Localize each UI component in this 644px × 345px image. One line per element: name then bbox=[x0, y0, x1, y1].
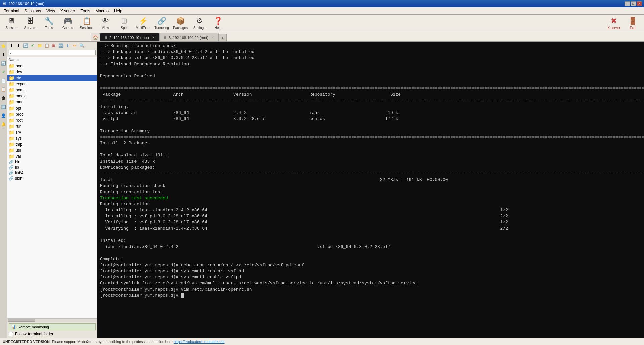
term-line: iaas-xiandian.x86_64 0:2.4-2 vsftpd.x86_… bbox=[100, 244, 641, 250]
menu-tools[interactable]: Tools bbox=[78, 8, 93, 14]
statusbar-link[interactable]: https://mobaxterm.mobatek.net bbox=[174, 340, 225, 344]
tab-2[interactable]: 🖥 3. 192.168.100.20 (root) ✕ bbox=[159, 33, 219, 41]
list-item[interactable]: 📁 root bbox=[7, 117, 97, 123]
folder-icon: 📁 bbox=[9, 69, 14, 75]
term-line: Downloading packages: bbox=[100, 165, 641, 171]
follow-terminal-checkbox[interactable]: Follow terminal folder bbox=[9, 332, 96, 336]
list-item[interactable]: 📁 usr bbox=[7, 147, 97, 153]
sidebar-down-btn[interactable]: ⬇ bbox=[15, 42, 22, 49]
folder-icon: 📁 bbox=[9, 130, 14, 135]
follow-terminal-check[interactable] bbox=[9, 332, 13, 336]
follow-terminal-label: Follow terminal folder bbox=[15, 332, 53, 336]
maximize-button[interactable]: □ bbox=[631, 1, 636, 6]
list-item[interactable]: 🔗 lib bbox=[7, 165, 97, 170]
strip-clipboard-icon[interactable]: 📋 bbox=[1, 86, 7, 92]
sidebar-rename-btn[interactable]: 🔤 bbox=[57, 42, 64, 49]
term-line: Total download size: 191 k bbox=[100, 152, 641, 158]
tab-home[interactable]: 🏠 bbox=[91, 33, 100, 41]
menu-sessions[interactable]: Sessions bbox=[22, 8, 44, 14]
tab-1[interactable]: 🖥 2. 192.168.100.10 (root) ✕ bbox=[100, 33, 159, 41]
sidebar-up-btn[interactable]: ⬆ bbox=[8, 42, 15, 49]
toolbar-multiexec-label: MultiExec bbox=[136, 26, 150, 30]
sidebar-delete-btn[interactable]: 🗑 bbox=[50, 42, 57, 49]
toolbar-games-label: Games bbox=[62, 26, 73, 30]
toolbar-view[interactable]: 👁 View bbox=[97, 16, 114, 31]
strip-refresh-icon[interactable]: 🔄 bbox=[1, 60, 7, 66]
toolbar-tunneling[interactable]: 🔗 Tunneling bbox=[153, 16, 170, 31]
xserver-icon: ✖ bbox=[611, 17, 617, 25]
view-icon: 👁 bbox=[102, 17, 109, 25]
toolbar-tools[interactable]: 🔧 Tools bbox=[40, 16, 58, 31]
toolbar-help[interactable]: ❓ Help bbox=[209, 16, 227, 31]
toolbar-servers[interactable]: 🗄 Servers bbox=[21, 16, 39, 31]
terminal[interactable]: --> Running transaction check ---> Packa… bbox=[97, 42, 644, 338]
tab-2-close[interactable]: ✕ bbox=[210, 35, 215, 40]
remote-monitoring-button[interactable]: 📊 Remote monitoring bbox=[9, 323, 96, 330]
list-item[interactable]: 📁 export bbox=[7, 81, 97, 87]
sidebar-scrollbar[interactable] bbox=[7, 318, 97, 322]
term-line: Transaction test succeeded bbox=[100, 195, 641, 201]
sidebar-edit-btn[interactable]: ✏ bbox=[71, 42, 78, 49]
sidebar-info-btn[interactable]: ℹ bbox=[64, 42, 71, 49]
toolbar-session[interactable]: 🖥 Session bbox=[3, 16, 20, 31]
list-item[interactable]: 📁 sys bbox=[7, 135, 97, 141]
toolbar-xserver[interactable]: ✖ X server bbox=[605, 16, 623, 31]
menu-terminal[interactable]: Terminal bbox=[1, 8, 22, 14]
toolbar-multiexec[interactable]: ⚡ MultiExec bbox=[134, 16, 152, 31]
sidebar-copy-btn[interactable]: 📋 bbox=[43, 42, 50, 49]
list-item[interactable]: 🔗 sbin bbox=[7, 176, 97, 181]
sidebar-newfolder-btn[interactable]: 📁 bbox=[36, 42, 43, 49]
strip-star-icon[interactable]: ⭐ bbox=[1, 43, 7, 49]
strip-file-icon[interactable]: 📄 bbox=[1, 78, 7, 84]
tab-1-close[interactable]: ✕ bbox=[151, 35, 156, 40]
folder-icon: 📁 bbox=[9, 87, 14, 93]
list-item[interactable]: 🔗 bin bbox=[7, 159, 97, 165]
list-item[interactable]: 📁 proc bbox=[7, 111, 97, 117]
list-item[interactable]: 📁 tmp bbox=[7, 141, 97, 147]
list-item[interactable]: 📁 home bbox=[7, 87, 97, 93]
list-item[interactable]: 📁 run bbox=[7, 123, 97, 129]
strip-text-icon[interactable]: 🔤 bbox=[1, 104, 7, 110]
strip-down-icon[interactable]: ⬇ bbox=[1, 52, 7, 58]
list-item[interactable]: 📁 srv bbox=[7, 129, 97, 135]
toolbar-settings[interactable]: ⚙ Settings bbox=[191, 16, 208, 31]
toolbar-split[interactable]: ⊞ Split bbox=[115, 16, 133, 31]
toolbar-packages[interactable]: 📦 Packages bbox=[172, 16, 189, 31]
strip-delete-icon[interactable]: 🗑 bbox=[1, 95, 7, 101]
sidebar: ⬆ ⬇ 🔄 ✔ 📁 📋 🗑 🔤 ℹ ✏ 🔍 Name 📁 boot 📁 bbox=[7, 42, 97, 338]
sidebar-check-btn[interactable]: ✔ bbox=[29, 42, 36, 49]
folder-icon: 📁 bbox=[9, 142, 14, 147]
sidebar-search-btn[interactable]: 🔍 bbox=[78, 42, 85, 49]
list-item[interactable]: 📁 opt bbox=[7, 105, 97, 111]
list-item[interactable]: 📁 var bbox=[7, 153, 97, 159]
tree-column-header: Name bbox=[7, 57, 97, 62]
menu-macros[interactable]: Macros bbox=[93, 8, 111, 14]
strip-check-icon[interactable]: ✔ bbox=[1, 69, 7, 75]
strip-bell-icon[interactable]: 🔔 bbox=[1, 121, 7, 127]
close-button[interactable]: ✕ bbox=[637, 1, 642, 6]
list-item-etc[interactable]: 📁 etc bbox=[7, 75, 97, 81]
folder-icon: 📁 bbox=[9, 63, 14, 69]
list-item[interactable]: 🔗 lib64 bbox=[7, 170, 97, 176]
term-line: Transaction Summary bbox=[100, 128, 641, 134]
menu-view[interactable]: View bbox=[44, 8, 58, 14]
toolbar-xserver-label: X server bbox=[607, 26, 620, 30]
statusbar-message: - Please support MobaXterm by subscribin… bbox=[50, 340, 174, 344]
toolbar-tools-label: Tools bbox=[45, 26, 53, 30]
toolbar-games[interactable]: 🎮 Games bbox=[59, 16, 76, 31]
list-item[interactable]: 📁 dev bbox=[7, 69, 97, 75]
path-input[interactable] bbox=[9, 50, 96, 55]
tab-1-icon: 🖥 bbox=[104, 36, 107, 40]
sidebar-refresh-btn[interactable]: 🔄 bbox=[22, 42, 29, 49]
list-item[interactable]: 📁 boot bbox=[7, 63, 97, 69]
minimize-button[interactable]: ─ bbox=[625, 1, 630, 6]
toolbar-sessions[interactable]: 📋 Sessions bbox=[78, 16, 95, 31]
toolbar-exit[interactable]: 🚪 Exit bbox=[624, 16, 641, 31]
new-tab-button[interactable]: + bbox=[219, 34, 227, 41]
menu-help[interactable]: Help bbox=[111, 8, 125, 14]
tab-2-icon: 🖥 bbox=[163, 36, 167, 40]
list-item[interactable]: 📁 media bbox=[7, 93, 97, 99]
menu-xserver[interactable]: X server bbox=[58, 8, 78, 14]
list-item[interactable]: 📁 mnt bbox=[7, 99, 97, 105]
strip-user-icon[interactable]: 👤 bbox=[1, 113, 7, 119]
